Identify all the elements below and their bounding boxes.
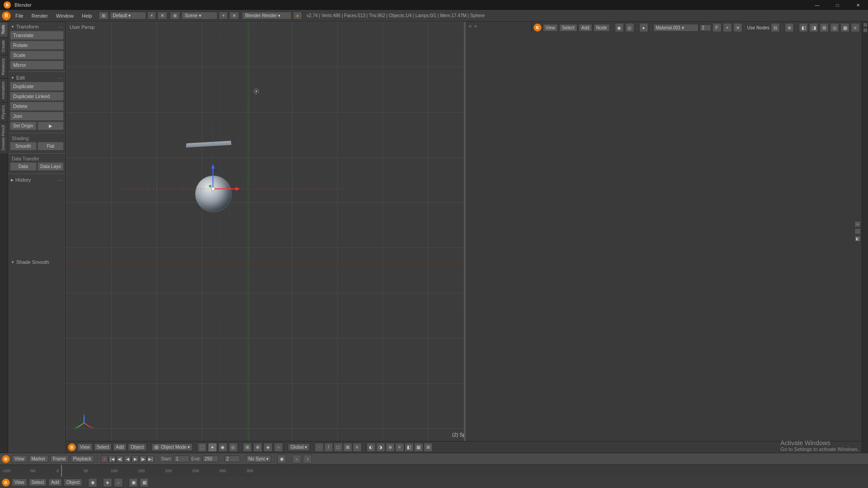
tl-view-btn[interactable]: View [12,455,27,463]
edge-btn[interactable]: / [324,443,333,452]
record-btn[interactable]: ● [101,455,108,463]
face-btn[interactable]: □ [334,443,343,452]
tab-physics[interactable]: Physics [0,102,8,122]
menu-help[interactable]: Help [78,12,96,19]
vpright-btn1[interactable]: + [854,221,861,227]
rotate-button[interactable]: Rotate [10,41,64,50]
bs-icon1[interactable]: ◉ [88,478,97,487]
render-icon2[interactable]: ◑ [376,443,385,452]
node-view-btn[interactable]: View [543,24,558,32]
node-f-btn[interactable]: F [712,23,722,32]
bs-icon4[interactable]: ▣ [129,478,138,487]
node-icon2[interactable]: ◎ [625,23,634,32]
menu-window[interactable]: Window [52,12,77,19]
screen-layout-icon[interactable]: ⊞ [99,12,108,19]
node-display4[interactable]: ◎ [830,23,839,32]
step-back-btn[interactable]: ◀| [116,455,123,463]
node-icon1[interactable]: ◉ [615,23,624,32]
vp-engine-icon[interactable]: B [68,443,76,451]
layout-add-btn[interactable]: + [147,12,156,19]
node-display6[interactable]: ≡ [851,23,860,32]
edit-header[interactable]: ▼ Edit — [10,74,64,82]
data-layo-button[interactable]: Data Layo [38,162,64,171]
tab-relations[interactable]: Relations [0,55,8,78]
solid-btn[interactable]: ● [208,443,217,452]
render-engine-dropdown[interactable]: Blender Render ▾ [242,12,292,19]
render-icon5[interactable]: ◧ [405,443,414,452]
scene-add-btn[interactable]: + [219,12,228,19]
layout-dropdown[interactable]: Default ▾ [110,12,146,19]
render-icon-btn[interactable]: ● [293,12,302,19]
node-display3[interactable]: ⊞ [820,23,829,32]
play-back-btn[interactable]: ◀ [124,455,131,463]
manipulator-btn[interactable]: ⊕ [253,443,262,452]
node-display5[interactable]: ▦ [840,23,849,32]
extra-btn[interactable]: ≡ [353,443,362,452]
smooth-button[interactable]: Smooth [10,142,37,150]
tl-playback-btn[interactable]: Playback [71,455,94,463]
right-viewport[interactable] [466,22,862,441]
node-node-btn[interactable]: Node [594,24,610,32]
material-count[interactable]: 2 [700,24,711,31]
current-frame-input[interactable] [224,455,240,462]
duplicate-button[interactable]: Duplicate [10,82,64,91]
render-icon3[interactable]: ⊕ [386,443,395,452]
engine-icon-btn[interactable]: B [2,11,11,20]
uvmap-btn[interactable]: ⊠ [343,443,352,452]
render-icon4[interactable]: ≡ [395,443,404,452]
rsb-btn1[interactable] [863,23,868,27]
snap-btn[interactable]: ◈ [264,443,273,452]
node-engine-icon[interactable]: B [533,23,542,32]
material-btn[interactable]: ◉ [218,443,227,452]
bs-select-btn[interactable]: Select [29,479,47,486]
sync-dropdown[interactable]: No Sync ▾ [246,455,272,463]
wireframe-btn[interactable]: ⬚ [198,443,207,452]
history-header[interactable]: ▶ History — [10,176,64,184]
shade-smooth-header[interactable]: ▼ Shade Smooth [10,258,64,266]
overlay-btn[interactable]: ⊞ [243,443,252,452]
jump-start-btn[interactable]: |◀ [108,455,116,463]
viewport-3d[interactable]: User Persp [66,22,862,441]
vpright-btn3[interactable]: ◧ [854,235,861,242]
set-origin-arrow[interactable]: ▶ [38,122,64,130]
vpright-btn2[interactable]: - [854,228,861,235]
audio-btn[interactable]: ♪ [303,455,312,464]
bs-icon5[interactable]: ▦ [140,478,149,487]
proportional-btn[interactable]: ○ [274,443,283,452]
close-button[interactable]: ✕ [848,0,868,10]
node-display1[interactable]: ◧ [799,23,808,32]
node-plus-btn[interactable]: + [723,23,732,32]
maximize-button[interactable]: □ [827,0,848,10]
timeline-ruler[interactable]: -100 -50 0 50 100 150 200 250 300 350 [0,465,868,477]
vert-btn[interactable]: · [315,443,324,452]
scale-button[interactable]: Scale [10,51,64,60]
join-button[interactable]: Join [10,112,64,121]
mirror-button[interactable]: Mirror [10,61,64,70]
delete-button[interactable]: Delete [10,102,64,111]
corner-btn-left[interactable] [468,24,472,28]
play-btn[interactable]: ▶ [132,455,139,463]
vp-select-btn[interactable]: Select [94,443,112,451]
tl-frame-btn[interactable]: Frame [50,455,69,463]
bs-add-btn[interactable]: Add [48,479,62,486]
flat-button[interactable]: Flat [38,142,64,150]
scene-icon[interactable]: ⊕ [170,12,180,19]
bs-icon2[interactable]: ◈ [103,478,112,487]
tab-animation[interactable]: Animation [0,78,8,102]
keying-btn[interactable]: ◉ [277,455,286,464]
layout-remove-btn[interactable]: ✕ [157,12,167,19]
tab-tools[interactable]: Tools [0,22,8,37]
node-snap-btn[interactable]: ⊕ [785,23,794,32]
keyframe-btn[interactable]: ⬦ [292,455,301,464]
render-icon7[interactable]: ⊞ [424,443,433,452]
translate-button[interactable]: Translate [10,31,64,40]
duplicate-linked-button[interactable]: Duplicate Linked [10,92,64,101]
bs-object-btn[interactable]: Object [64,479,82,486]
transform-header[interactable]: ▼ Transform — [10,23,64,31]
tl-engine-icon[interactable]: B [2,455,10,463]
vp-object-btn[interactable]: Object [128,443,146,451]
node-icon3[interactable]: ● [639,23,648,32]
vp-add-btn[interactable]: Add [113,443,127,451]
tl-marker-btn[interactable]: Marker [29,455,48,463]
rsb-btn2[interactable] [863,28,868,33]
